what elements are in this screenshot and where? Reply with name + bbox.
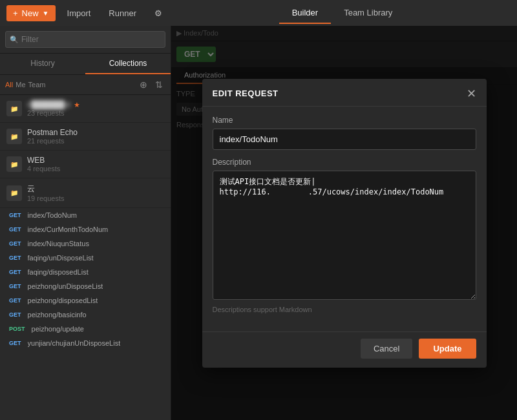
top-bar: + New ▼ Import Runner ⚙ Builder Team Lib…: [0, 0, 517, 26]
search-input[interactable]: [5, 31, 165, 48]
modal-body: Name Description 测试API接口文档是否更新| http://1…: [202, 107, 487, 331]
tab-history[interactable]: History: [0, 54, 85, 74]
sidebar: 🔍 History Collections All Me Team ⊕ ⇅ 📁 …: [0, 26, 171, 420]
list-item[interactable]: GET faqing/unDisposeList: [0, 251, 171, 265]
method-badge: POST: [6, 325, 28, 333]
markdown-hint: Descriptions support Markdown: [213, 306, 476, 313]
collection-icon: 📁: [6, 185, 22, 201]
name-input[interactable]: [213, 129, 476, 150]
modal-overlay: EDIT REQUEST ✕ Name Description 测试API接口文…: [171, 26, 517, 420]
update-button[interactable]: Update: [419, 339, 476, 359]
collection-requests: 19 requests: [27, 194, 164, 202]
plus-icon: +: [13, 8, 18, 18]
collection-icon: 📁: [6, 156, 22, 172]
collection-icon: 📁: [6, 129, 22, 144]
list-item[interactable]: POST peizhong/update: [0, 322, 171, 336]
import-button[interactable]: Import: [61, 5, 98, 21]
api-path: peizhong/unDisposeList: [28, 282, 103, 290]
api-path: index/TodoNum: [28, 211, 77, 219]
api-path: peizhong/disposedList: [28, 297, 98, 304]
method-badge: GET: [6, 311, 24, 319]
name-label: Name: [213, 116, 476, 125]
collection-item[interactable]: 📁 ri██████st ★ 23 requests: [0, 95, 171, 123]
list-item[interactable]: GET peizhong/unDisposeList: [0, 279, 171, 293]
api-path: peizhong/update: [32, 325, 84, 333]
new-button[interactable]: + New ▼: [6, 5, 56, 21]
collection-name: Postman Echo: [27, 128, 164, 137]
api-path: faqing/unDisposeList: [28, 254, 94, 262]
collection-item[interactable]: 📁 Postman Echo 21 requests: [0, 123, 171, 151]
method-badge: GET: [6, 339, 24, 347]
modal-header: EDIT REQUEST ✕: [202, 79, 487, 107]
list-item[interactable]: GET yunjian/chujianUnDisposeList: [0, 336, 171, 350]
list-item[interactable]: GET peizhong/basicinfo: [0, 308, 171, 322]
sidebar-search-area: 🔍: [0, 26, 171, 54]
sidebar-tabs: History Collections: [0, 54, 171, 75]
description-label: Description: [213, 158, 476, 167]
collection-requests: 23 requests: [27, 109, 164, 117]
edit-request-modal: EDIT REQUEST ✕ Name Description 测试API接口文…: [202, 79, 487, 368]
modal-footer: Cancel Update: [202, 331, 487, 368]
collection-requests: 4 requests: [27, 165, 164, 173]
sidebar-toolbar: All Me Team ⊕ ⇅: [0, 75, 171, 95]
star-icon: ★: [74, 101, 80, 109]
api-path: index/NiuqunStatus: [28, 240, 89, 247]
filter-me[interactable]: Me: [16, 81, 25, 89]
sidebar-content: 📁 ri██████st ★ 23 requests 📁 Postman Ech…: [0, 95, 171, 420]
collection-name: ri██████st ★: [27, 100, 164, 109]
collection-name: 云: [27, 184, 164, 194]
api-path: peizhong/basicinfo: [28, 311, 87, 319]
method-badge: GET: [6, 226, 24, 233]
main-layout: 🔍 History Collections All Me Team ⊕ ⇅ 📁 …: [0, 26, 517, 420]
main-tabs: Builder Team Library: [174, 3, 511, 24]
collection-name: WEB: [27, 156, 164, 165]
modal-title: EDIT REQUEST: [213, 89, 279, 98]
list-item[interactable]: GET index/CurMonthTodoNum: [0, 222, 171, 236]
api-path: faqing/disposedList: [28, 268, 89, 276]
collection-requests: 21 requests: [27, 137, 164, 145]
list-item[interactable]: GET index/TodoNum: [0, 208, 171, 222]
api-path: yunjian/chujianUnDisposeList: [28, 339, 121, 347]
search-icon: 🔍: [10, 36, 19, 44]
close-button[interactable]: ✕: [467, 88, 476, 100]
cancel-button[interactable]: Cancel: [361, 339, 412, 359]
method-badge: GET: [6, 254, 24, 262]
dropdown-arrow-icon: ▼: [43, 10, 49, 17]
filter-team[interactable]: Team: [28, 81, 46, 89]
collection-item[interactable]: 📁 WEB 4 requests: [0, 151, 171, 178]
method-badge: GET: [6, 240, 24, 247]
tab-collections[interactable]: Collections: [85, 54, 171, 74]
description-textarea[interactable]: 测试API接口文档是否更新| http://116. .57/ucows/ind…: [213, 171, 476, 300]
method-badge: GET: [6, 282, 24, 290]
method-badge: GET: [6, 297, 24, 304]
settings-button[interactable]: ⚙: [148, 5, 169, 21]
list-item[interactable]: GET faqing/disposedList: [0, 265, 171, 279]
method-badge: GET: [6, 268, 24, 276]
runner-button[interactable]: Runner: [102, 5, 143, 21]
method-badge: GET: [6, 211, 24, 219]
tab-team-library[interactable]: Team Library: [331, 3, 405, 24]
sort-button[interactable]: ⇅: [153, 78, 165, 91]
list-item[interactable]: GET index/NiuqunStatus: [0, 236, 171, 251]
tab-builder[interactable]: Builder: [279, 3, 331, 24]
list-item[interactable]: GET peizhong/disposedList: [0, 293, 171, 308]
collection-item[interactable]: 📁 云 19 requests: [0, 178, 171, 208]
filter-all[interactable]: All: [5, 81, 13, 89]
add-collection-button[interactable]: ⊕: [137, 78, 150, 91]
new-label: New: [22, 8, 39, 18]
collection-icon: 📁: [6, 101, 22, 116]
api-path: index/CurMonthTodoNum: [28, 226, 109, 233]
content-area: ▶ Index/Todo GET Authorization TYPE No A…: [171, 26, 517, 420]
